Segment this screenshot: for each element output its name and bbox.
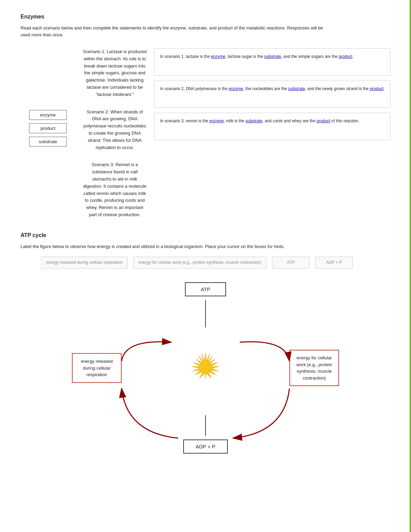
answer-box-2: In scenario 2, DNA polymerase is the enz…	[154, 81, 390, 108]
enzymes-layout: enzyme product substrate Scenario 1: Lac…	[21, 48, 390, 219]
answer-boxes-column: In scenario 1, lactase is the enzyme, la…	[154, 48, 390, 140]
answer-2-product: product	[370, 86, 384, 91]
answer-3-substrate: substrate	[246, 119, 262, 123]
scenario-3-text: Scenario 3: Rennet is a substance found …	[82, 161, 147, 218]
svg-marker-0	[192, 353, 219, 379]
label-chip-energy-released[interactable]: energy released during cellular respirat…	[41, 257, 128, 269]
vertical-line-top	[205, 300, 206, 327]
atp-title: ATP cycle	[21, 232, 390, 238]
answer-1-product: product	[339, 54, 352, 59]
answer-1-substrate: substrate	[264, 54, 281, 59]
enzymes-instructions: Read each scenario below and then comple…	[21, 25, 329, 38]
atp-diagram: ATP energy released during cellular resp…	[72, 282, 339, 454]
scenarios-column: Scenario 1: Lactase is produced within t…	[82, 48, 147, 219]
starburst-icon	[192, 351, 219, 379]
atp-bottom-box: ADP + P	[183, 440, 228, 454]
answer-2-enzyme: enzyme	[229, 86, 243, 91]
answer-2-substrate: substrate	[288, 86, 305, 91]
atp-instructions: Label the figure below to observe how en…	[21, 243, 390, 250]
atp-right-label-box[interactable]: energy for cellular work (e.g., protein …	[289, 350, 339, 386]
word-box-enzyme[interactable]: enzyme	[29, 110, 67, 120]
answer-box-1: In scenario 1, lactase is the enzyme, la…	[154, 48, 390, 76]
atp-section: ATP cycle Label the figure below to obse…	[21, 232, 390, 454]
answer-box-3: In scenario 3, rennin is the enzyme, mil…	[154, 113, 390, 140]
answer-1-enzyme: enzyme	[211, 54, 225, 59]
scenario-1-text: Scenario 1: Lactase is produced within t…	[82, 48, 147, 98]
label-chip-adp[interactable]: ADP + P	[315, 257, 353, 269]
word-box-substrate[interactable]: substrate	[29, 137, 67, 147]
label-chip-energy-work[interactable]: energy for cellular work (e.g., protein …	[133, 257, 266, 269]
answer-3-product: product	[316, 119, 330, 123]
answer-3-enzyme: enzyme	[209, 119, 224, 123]
atp-left-label-box[interactable]: energy released during cellular respirat…	[72, 353, 122, 383]
vertical-line-bottom	[205, 415, 206, 436]
scenario-2-text: Scenario 2: When strands of DNA are grow…	[82, 109, 147, 151]
label-chip-atp[interactable]: ATP	[272, 257, 310, 269]
word-box-product[interactable]: product	[29, 123, 67, 133]
label-chips-row: energy released during cellular respirat…	[41, 257, 390, 269]
word-boxes-column: enzyme product substrate	[21, 48, 75, 147]
enzymes-title: Enzymes	[21, 14, 390, 20]
atp-top-box: ATP	[185, 282, 226, 296]
